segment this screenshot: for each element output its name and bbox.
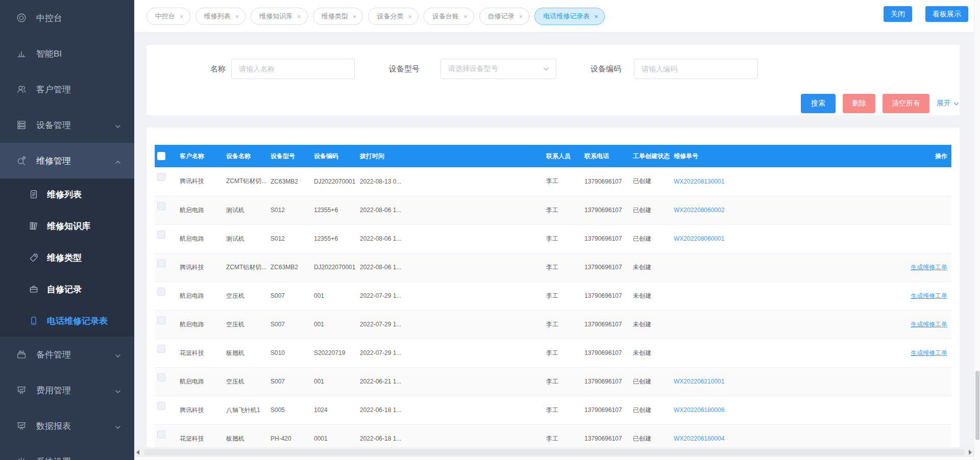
create-workorder-link[interactable]: 生成维修工单 xyxy=(911,349,947,356)
row-checkbox[interactable] xyxy=(157,231,165,239)
cell-code: 0001 xyxy=(311,424,357,447)
table-row: 航启电路 空压机 S007 001 2022-07-29 1... 李工 137… xyxy=(155,310,951,339)
device-code-input[interactable] xyxy=(634,59,758,79)
table-header-row: 客户名称 设备名称 设备型号 设备编码 拨打时间 联系人员 联系电话 工单创建状… xyxy=(155,145,951,167)
tab-repair-knowledge-base[interactable]: 维修知识库 × xyxy=(251,8,308,25)
tab-repair-type[interactable]: 维修类型 × xyxy=(313,8,363,25)
briefcase-icon xyxy=(28,283,39,295)
sidebar-item-data-reports[interactable]: 数据报表 xyxy=(0,408,134,444)
cell-customer: 航启电路 xyxy=(177,224,224,253)
row-checkbox[interactable] xyxy=(157,173,165,181)
create-workorder-link[interactable]: 生成维修工单 xyxy=(911,321,947,328)
cell-time: 2022-08-13 0... xyxy=(357,167,544,196)
sidebar-item-device-management[interactable]: 设备管理 xyxy=(0,107,134,143)
board-display-button[interactable]: 看板展示 xyxy=(925,6,968,22)
toolbox-icon xyxy=(15,348,28,361)
repair-order-link[interactable]: WX202208060001 xyxy=(674,235,724,242)
sidebar-item-system-settings[interactable]: 系统设置 xyxy=(0,444,134,460)
cell-contact: 李工 xyxy=(544,424,582,447)
tab-device-ledger[interactable]: 设备台账 × xyxy=(424,8,474,25)
tab-phone-repair-records[interactable]: 电话维修记录表 × xyxy=(534,8,605,25)
cell-time: 2022-06-18 1... xyxy=(357,396,544,424)
table-row: 航启电路 测试机 S012 12355+6 2022-08-06 1... 李工… xyxy=(155,196,951,224)
sidebar-item-label: 维修列表 xyxy=(47,189,82,200)
cell-phone: 13790696107 xyxy=(582,396,630,424)
close-icon[interactable]: × xyxy=(463,13,468,20)
cell-model: S005 xyxy=(268,396,311,424)
create-workorder-link[interactable]: 生成维修工单 xyxy=(911,264,947,271)
row-checkbox[interactable] xyxy=(157,202,165,210)
chevron-down-icon xyxy=(115,122,121,132)
sidebar-item-smart-bi[interactable]: 智能BI xyxy=(0,36,134,71)
row-checkbox[interactable] xyxy=(157,288,165,296)
cell-code: S20220719 xyxy=(311,339,357,367)
sidebar-item-self-repair-records[interactable]: 自修记录 xyxy=(0,273,134,305)
tab-device-category[interactable]: 设备分类 × xyxy=(368,8,419,25)
sidebar-item-spare-parts[interactable]: 备件管理 xyxy=(0,337,134,372)
close-icon[interactable]: × xyxy=(180,13,184,20)
vertical-scrollbar-thumb[interactable] xyxy=(975,371,979,440)
row-checkbox[interactable] xyxy=(157,316,165,324)
col-device-code: 设备编码 xyxy=(311,145,357,167)
tabbar-buttons: 关闭 看板展示 xyxy=(884,6,968,22)
row-checkbox[interactable] xyxy=(157,259,165,267)
sidebar-item-phone-repair-records[interactable]: 电话维修记录表 xyxy=(0,305,134,337)
horizontal-scrollbar-thumb[interactable] xyxy=(143,449,965,455)
close-button[interactable]: 关闭 xyxy=(884,6,912,22)
select-all-checkbox[interactable] xyxy=(157,152,165,160)
table-row: 航启电路 空压机 S007 001 2022-07-29 1... 李工 137… xyxy=(155,282,951,310)
tab-repair-list[interactable]: 维修列表 × xyxy=(195,8,246,25)
sidebar-item-label: 中控台 xyxy=(36,12,62,24)
cell-code: 12355+6 xyxy=(311,224,357,253)
sidebar-item-repair-knowledge-base[interactable]: 维修知识库 xyxy=(0,210,134,242)
row-checkbox[interactable] xyxy=(157,345,165,353)
clear-all-button[interactable]: 清空所有 xyxy=(883,94,929,113)
cell-code: 001 xyxy=(311,310,357,339)
sidebar-item-repair-list[interactable]: 维修列表 xyxy=(0,178,134,210)
close-icon[interactable]: × xyxy=(235,13,239,20)
close-icon[interactable]: × xyxy=(519,13,523,20)
sidebar-item-console[interactable]: 中控台 xyxy=(0,0,134,36)
device-code-label: 设备编码 xyxy=(591,64,621,74)
device-model-label: 设备型号 xyxy=(389,64,420,74)
repair-order-link[interactable]: WX202208060002 xyxy=(674,207,724,214)
tab-label: 电话维修记录表 xyxy=(543,12,590,21)
repair-order-link[interactable]: WX202206180004 xyxy=(674,435,724,442)
scroll-left-arrow-icon[interactable] xyxy=(136,450,139,455)
delete-button[interactable]: 删除 xyxy=(843,94,875,113)
sidebar-item-label: 系统设置 xyxy=(36,456,71,460)
row-checkbox[interactable] xyxy=(157,430,165,439)
cell-customer: 航启电路 xyxy=(177,367,224,396)
row-checkbox[interactable] xyxy=(157,402,165,410)
search-button[interactable]: 搜索 xyxy=(801,94,836,113)
tab-self-repair-records[interactable]: 自修记录 × xyxy=(479,8,530,25)
vertical-scrollbar[interactable] xyxy=(974,0,980,460)
cell-device: 空压机 xyxy=(224,310,268,339)
scroll-right-arrow-icon[interactable] xyxy=(969,450,972,455)
name-input[interactable] xyxy=(231,59,355,79)
sidebar-item-label: 客户管理 xyxy=(36,84,71,95)
device-model-select[interactable]: 请选择设备型号 xyxy=(440,59,556,79)
sidebar-item-customer-management[interactable]: 客户管理 xyxy=(0,71,134,107)
repair-order-link[interactable]: WX202206210001 xyxy=(674,378,724,385)
close-icon[interactable]: × xyxy=(353,13,357,20)
tab-console[interactable]: 中控台 × xyxy=(146,8,190,25)
cell-customer: 花篮科技 xyxy=(177,424,224,447)
sidebar-item-repair-type[interactable]: 维修类型 xyxy=(0,242,134,273)
close-icon[interactable]: × xyxy=(594,13,598,20)
expand-link[interactable]: 展开 xyxy=(937,99,960,108)
close-icon[interactable]: × xyxy=(408,13,412,20)
cell-device: 空压机 xyxy=(224,282,268,310)
cell-code: 001 xyxy=(311,367,357,396)
repair-order-link[interactable]: WX202206180006 xyxy=(674,406,724,414)
sidebar-item-repair-management[interactable]: 维修管理 xyxy=(0,143,134,178)
sidebar-item-fee-management[interactable]: 费用管理 xyxy=(0,372,134,408)
create-workorder-link[interactable]: 生成维修工单 xyxy=(911,292,947,299)
repair-order-link[interactable]: WX202208130001 xyxy=(674,178,724,185)
horizontal-scrollbar[interactable] xyxy=(134,448,974,457)
cell-contact: 李工 xyxy=(544,339,582,367)
col-workorder-status: 工单创建状态 xyxy=(630,145,671,167)
close-icon[interactable]: × xyxy=(297,13,301,20)
table-row: 航启电路 空压机 S007 001 2022-06-21 1... 李工 137… xyxy=(155,367,951,396)
row-checkbox[interactable] xyxy=(157,373,165,381)
